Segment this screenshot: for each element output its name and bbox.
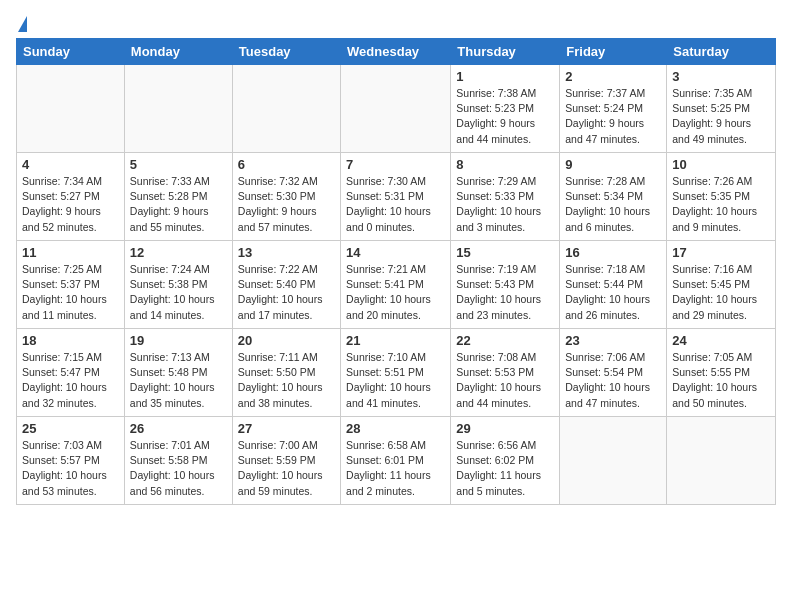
calendar-cell: 25Sunrise: 7:03 AM Sunset: 5:57 PM Dayli… bbox=[17, 417, 125, 505]
logo-triangle-icon bbox=[18, 16, 27, 32]
day-number: 14 bbox=[346, 245, 445, 260]
calendar-cell bbox=[17, 65, 125, 153]
header bbox=[16, 16, 776, 30]
calendar-cell: 28Sunrise: 6:58 AM Sunset: 6:01 PM Dayli… bbox=[341, 417, 451, 505]
logo bbox=[16, 16, 27, 30]
calendar-cell: 3Sunrise: 7:35 AM Sunset: 5:25 PM Daylig… bbox=[667, 65, 776, 153]
day-info: Sunrise: 7:15 AM Sunset: 5:47 PM Dayligh… bbox=[22, 350, 119, 411]
day-info: Sunrise: 7:18 AM Sunset: 5:44 PM Dayligh… bbox=[565, 262, 661, 323]
day-number: 25 bbox=[22, 421, 119, 436]
day-number: 8 bbox=[456, 157, 554, 172]
day-info: Sunrise: 7:25 AM Sunset: 5:37 PM Dayligh… bbox=[22, 262, 119, 323]
day-number: 29 bbox=[456, 421, 554, 436]
calendar-cell: 20Sunrise: 7:11 AM Sunset: 5:50 PM Dayli… bbox=[232, 329, 340, 417]
calendar-header-row: SundayMondayTuesdayWednesdayThursdayFrid… bbox=[17, 39, 776, 65]
day-info: Sunrise: 7:34 AM Sunset: 5:27 PM Dayligh… bbox=[22, 174, 119, 235]
weekday-header-wednesday: Wednesday bbox=[341, 39, 451, 65]
calendar-cell: 16Sunrise: 7:18 AM Sunset: 5:44 PM Dayli… bbox=[560, 241, 667, 329]
day-info: Sunrise: 7:06 AM Sunset: 5:54 PM Dayligh… bbox=[565, 350, 661, 411]
day-number: 19 bbox=[130, 333, 227, 348]
day-info: Sunrise: 7:30 AM Sunset: 5:31 PM Dayligh… bbox=[346, 174, 445, 235]
day-info: Sunrise: 7:13 AM Sunset: 5:48 PM Dayligh… bbox=[130, 350, 227, 411]
weekday-header-friday: Friday bbox=[560, 39, 667, 65]
calendar-week-4: 18Sunrise: 7:15 AM Sunset: 5:47 PM Dayli… bbox=[17, 329, 776, 417]
day-number: 28 bbox=[346, 421, 445, 436]
calendar-cell: 21Sunrise: 7:10 AM Sunset: 5:51 PM Dayli… bbox=[341, 329, 451, 417]
day-info: Sunrise: 7:29 AM Sunset: 5:33 PM Dayligh… bbox=[456, 174, 554, 235]
day-info: Sunrise: 6:56 AM Sunset: 6:02 PM Dayligh… bbox=[456, 438, 554, 499]
day-info: Sunrise: 7:35 AM Sunset: 5:25 PM Dayligh… bbox=[672, 86, 770, 147]
day-number: 4 bbox=[22, 157, 119, 172]
calendar-cell bbox=[124, 65, 232, 153]
calendar-cell: 6Sunrise: 7:32 AM Sunset: 5:30 PM Daylig… bbox=[232, 153, 340, 241]
day-number: 10 bbox=[672, 157, 770, 172]
day-info: Sunrise: 7:32 AM Sunset: 5:30 PM Dayligh… bbox=[238, 174, 335, 235]
calendar-cell bbox=[341, 65, 451, 153]
calendar-cell: 11Sunrise: 7:25 AM Sunset: 5:37 PM Dayli… bbox=[17, 241, 125, 329]
calendar-week-3: 11Sunrise: 7:25 AM Sunset: 5:37 PM Dayli… bbox=[17, 241, 776, 329]
day-info: Sunrise: 7:16 AM Sunset: 5:45 PM Dayligh… bbox=[672, 262, 770, 323]
day-number: 5 bbox=[130, 157, 227, 172]
day-number: 11 bbox=[22, 245, 119, 260]
calendar-week-1: 1Sunrise: 7:38 AM Sunset: 5:23 PM Daylig… bbox=[17, 65, 776, 153]
day-number: 1 bbox=[456, 69, 554, 84]
day-info: Sunrise: 7:08 AM Sunset: 5:53 PM Dayligh… bbox=[456, 350, 554, 411]
day-info: Sunrise: 7:26 AM Sunset: 5:35 PM Dayligh… bbox=[672, 174, 770, 235]
calendar-week-2: 4Sunrise: 7:34 AM Sunset: 5:27 PM Daylig… bbox=[17, 153, 776, 241]
day-info: Sunrise: 7:00 AM Sunset: 5:59 PM Dayligh… bbox=[238, 438, 335, 499]
weekday-header-sunday: Sunday bbox=[17, 39, 125, 65]
day-info: Sunrise: 6:58 AM Sunset: 6:01 PM Dayligh… bbox=[346, 438, 445, 499]
day-number: 15 bbox=[456, 245, 554, 260]
day-number: 22 bbox=[456, 333, 554, 348]
calendar-cell: 22Sunrise: 7:08 AM Sunset: 5:53 PM Dayli… bbox=[451, 329, 560, 417]
day-number: 27 bbox=[238, 421, 335, 436]
calendar-cell: 9Sunrise: 7:28 AM Sunset: 5:34 PM Daylig… bbox=[560, 153, 667, 241]
calendar-cell: 23Sunrise: 7:06 AM Sunset: 5:54 PM Dayli… bbox=[560, 329, 667, 417]
calendar-cell: 27Sunrise: 7:00 AM Sunset: 5:59 PM Dayli… bbox=[232, 417, 340, 505]
day-info: Sunrise: 7:11 AM Sunset: 5:50 PM Dayligh… bbox=[238, 350, 335, 411]
day-info: Sunrise: 7:22 AM Sunset: 5:40 PM Dayligh… bbox=[238, 262, 335, 323]
calendar-cell bbox=[560, 417, 667, 505]
calendar-cell: 8Sunrise: 7:29 AM Sunset: 5:33 PM Daylig… bbox=[451, 153, 560, 241]
calendar-cell: 13Sunrise: 7:22 AM Sunset: 5:40 PM Dayli… bbox=[232, 241, 340, 329]
day-number: 21 bbox=[346, 333, 445, 348]
calendar-cell: 29Sunrise: 6:56 AM Sunset: 6:02 PM Dayli… bbox=[451, 417, 560, 505]
day-number: 3 bbox=[672, 69, 770, 84]
calendar-cell bbox=[232, 65, 340, 153]
calendar-cell: 1Sunrise: 7:38 AM Sunset: 5:23 PM Daylig… bbox=[451, 65, 560, 153]
day-info: Sunrise: 7:10 AM Sunset: 5:51 PM Dayligh… bbox=[346, 350, 445, 411]
calendar-cell: 10Sunrise: 7:26 AM Sunset: 5:35 PM Dayli… bbox=[667, 153, 776, 241]
calendar-cell: 26Sunrise: 7:01 AM Sunset: 5:58 PM Dayli… bbox=[124, 417, 232, 505]
day-number: 26 bbox=[130, 421, 227, 436]
day-number: 20 bbox=[238, 333, 335, 348]
day-number: 18 bbox=[22, 333, 119, 348]
calendar: SundayMondayTuesdayWednesdayThursdayFrid… bbox=[16, 38, 776, 505]
calendar-cell: 15Sunrise: 7:19 AM Sunset: 5:43 PM Dayli… bbox=[451, 241, 560, 329]
calendar-cell: 24Sunrise: 7:05 AM Sunset: 5:55 PM Dayli… bbox=[667, 329, 776, 417]
day-info: Sunrise: 7:21 AM Sunset: 5:41 PM Dayligh… bbox=[346, 262, 445, 323]
weekday-header-monday: Monday bbox=[124, 39, 232, 65]
calendar-cell: 17Sunrise: 7:16 AM Sunset: 5:45 PM Dayli… bbox=[667, 241, 776, 329]
weekday-header-saturday: Saturday bbox=[667, 39, 776, 65]
weekday-header-thursday: Thursday bbox=[451, 39, 560, 65]
calendar-cell: 18Sunrise: 7:15 AM Sunset: 5:47 PM Dayli… bbox=[17, 329, 125, 417]
day-info: Sunrise: 7:38 AM Sunset: 5:23 PM Dayligh… bbox=[456, 86, 554, 147]
day-number: 2 bbox=[565, 69, 661, 84]
calendar-cell bbox=[667, 417, 776, 505]
calendar-cell: 12Sunrise: 7:24 AM Sunset: 5:38 PM Dayli… bbox=[124, 241, 232, 329]
day-info: Sunrise: 7:28 AM Sunset: 5:34 PM Dayligh… bbox=[565, 174, 661, 235]
day-number: 23 bbox=[565, 333, 661, 348]
calendar-cell: 2Sunrise: 7:37 AM Sunset: 5:24 PM Daylig… bbox=[560, 65, 667, 153]
day-info: Sunrise: 7:05 AM Sunset: 5:55 PM Dayligh… bbox=[672, 350, 770, 411]
day-number: 16 bbox=[565, 245, 661, 260]
day-info: Sunrise: 7:19 AM Sunset: 5:43 PM Dayligh… bbox=[456, 262, 554, 323]
day-info: Sunrise: 7:24 AM Sunset: 5:38 PM Dayligh… bbox=[130, 262, 227, 323]
calendar-cell: 14Sunrise: 7:21 AM Sunset: 5:41 PM Dayli… bbox=[341, 241, 451, 329]
day-number: 9 bbox=[565, 157, 661, 172]
day-number: 12 bbox=[130, 245, 227, 260]
calendar-cell: 7Sunrise: 7:30 AM Sunset: 5:31 PM Daylig… bbox=[341, 153, 451, 241]
calendar-cell: 19Sunrise: 7:13 AM Sunset: 5:48 PM Dayli… bbox=[124, 329, 232, 417]
calendar-week-5: 25Sunrise: 7:03 AM Sunset: 5:57 PM Dayli… bbox=[17, 417, 776, 505]
day-number: 13 bbox=[238, 245, 335, 260]
calendar-cell: 4Sunrise: 7:34 AM Sunset: 5:27 PM Daylig… bbox=[17, 153, 125, 241]
